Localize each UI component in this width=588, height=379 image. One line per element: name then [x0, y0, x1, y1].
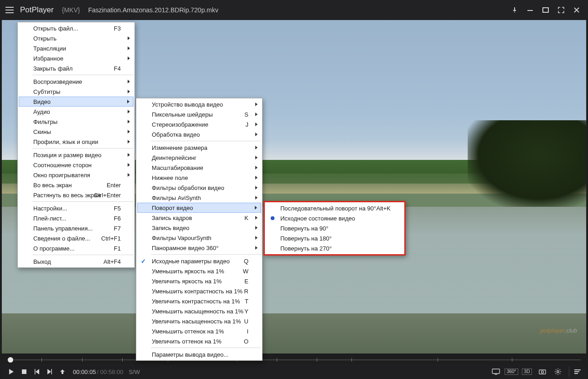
- menu-item[interactable]: Увеличить яркость на 1%E: [137, 276, 261, 286]
- menu-item-label: Настройки...: [33, 205, 67, 212]
- menu-item-label: Исходные параметры видео: [152, 258, 230, 265]
- menu-item[interactable]: Панорамное видео 360°: [137, 243, 261, 253]
- submenu-arrow-icon: [128, 120, 130, 123]
- menu-item[interactable]: Увеличить оттенок на 1%O: [137, 336, 261, 346]
- menu-icon[interactable]: [5, 7, 14, 13]
- menu-item-label: Уменьшить насыщенность на 1%: [152, 308, 243, 315]
- menu-item[interactable]: Видео: [19, 97, 134, 107]
- menu-item[interactable]: Исходное состояние видео: [266, 213, 403, 223]
- menu-shortcut: Enter: [107, 182, 121, 189]
- menu-item-label: Последовательный поворот на 90°: [280, 205, 376, 212]
- menu-item[interactable]: Окно проигрывателя: [19, 170, 134, 180]
- play-button[interactable]: [6, 367, 16, 377]
- menu-item[interactable]: Уменьшить яркость на 1%W: [137, 266, 261, 276]
- menu-item[interactable]: О программе...F1: [19, 243, 134, 253]
- file-name: Faszination.Amazonas.2012.BDRip.720p.mkv: [88, 6, 218, 14]
- menu-item[interactable]: Запись видео: [137, 223, 261, 233]
- menu-item[interactable]: Увеличить насыщенность на 1%U: [137, 316, 261, 326]
- player-window: PotPlayer {MKV} Faszination.Amazonas.201…: [0, 0, 588, 379]
- menu-item[interactable]: Фильтры AviSynth: [137, 193, 261, 203]
- menu-item[interactable]: Сведения о файле...Ctrl+F1: [19, 233, 134, 243]
- playlist-icon[interactable]: [569, 367, 582, 377]
- menu-item[interactable]: Последовательный поворот на 90°Alt+K: [266, 203, 403, 213]
- menu-item[interactable]: Нижнее поле: [137, 173, 261, 183]
- menu-item[interactable]: Изменение размера: [137, 143, 261, 153]
- menu-item[interactable]: Фильтры обработки видео: [137, 183, 261, 193]
- menu-item[interactable]: Плей-лист...F6: [19, 213, 134, 223]
- vr-360-button[interactable]: 360°: [505, 367, 518, 377]
- menu-item[interactable]: Уменьшить насыщенность на 1%Y: [137, 306, 261, 316]
- menu-item[interactable]: Соотношение сторон: [19, 160, 134, 170]
- menu-item[interactable]: СтереоизображениеJ: [137, 119, 261, 129]
- menu-item[interactable]: Уменьшить контрастность на 1%R: [137, 286, 261, 296]
- menu-item[interactable]: Параметры вывода видео...: [137, 349, 261, 359]
- menu-item[interactable]: Открыть: [19, 33, 134, 43]
- next-button[interactable]: [45, 367, 55, 377]
- menu-item[interactable]: Повернуть на 180°: [266, 233, 403, 243]
- menu-item[interactable]: Настройки...F5: [19, 203, 134, 213]
- settings-icon[interactable]: [552, 367, 564, 377]
- minimize-icon[interactable]: [524, 4, 536, 16]
- menu-shortcut: Alt+K: [377, 205, 391, 212]
- menu-item[interactable]: Деинтерлейсинг: [137, 153, 261, 163]
- menu-item[interactable]: Позиция и размер видео: [19, 150, 134, 160]
- seek-knob[interactable]: [8, 357, 13, 363]
- menu-item[interactable]: Повернуть на 90°: [266, 223, 403, 233]
- menu-item-label: Запись кадров: [152, 215, 192, 221]
- open-button[interactable]: [57, 367, 67, 377]
- menu-item[interactable]: Скины: [19, 127, 134, 137]
- submenu-arrow-icon: [128, 110, 130, 113]
- menu-item[interactable]: Растянуть во весь экранCtrl+Enter: [19, 190, 134, 200]
- menu-shortcut: Alt+F4: [103, 258, 121, 265]
- menu-item[interactable]: Панель управления...F7: [19, 223, 134, 233]
- menu-item[interactable]: Увеличить контрастность на 1%T: [137, 296, 261, 306]
- seek-bar[interactable]: [2, 355, 586, 364]
- menu-item[interactable]: Уменьшить оттенок на 1%I: [137, 326, 261, 336]
- menu-item[interactable]: Избранное: [19, 53, 134, 63]
- seek-track[interactable]: [7, 359, 581, 360]
- menu-item-label: Субтитры: [33, 88, 60, 95]
- submenu-arrow-icon: [128, 90, 130, 93]
- menu-item[interactable]: Субтитры: [19, 87, 134, 97]
- menu-shortcut: T: [245, 298, 248, 305]
- menu-item[interactable]: Фильтры VapourSynth: [137, 233, 261, 243]
- decoder-mode[interactable]: S/W: [129, 369, 140, 375]
- menu-item[interactable]: Обработка видео: [137, 129, 261, 139]
- fullscreen-icon[interactable]: [555, 4, 567, 16]
- menu-item[interactable]: Масштабирование: [137, 163, 261, 173]
- submenu-arrow-icon: [128, 163, 130, 167]
- svg-rect-4: [495, 374, 497, 374]
- submenu-arrow-icon: [128, 140, 130, 143]
- menu-item[interactable]: ВыходAlt+F4: [19, 256, 134, 266]
- 3d-button[interactable]: 3D: [521, 367, 533, 377]
- prev-button[interactable]: [32, 367, 42, 377]
- menu-item[interactable]: Пиксельные шейдерыS: [137, 109, 261, 119]
- menu-item[interactable]: Запись кадровK: [137, 213, 261, 223]
- menu-item[interactable]: Устройство вывода видео: [137, 99, 261, 109]
- pin-icon[interactable]: [509, 4, 521, 16]
- menu-item[interactable]: Открыть файл...F3: [19, 23, 134, 33]
- menu-item[interactable]: Повернуть на 270°: [266, 243, 403, 253]
- menu-item-label: Позиция и размер видео: [33, 152, 101, 159]
- menu-item[interactable]: Аудио: [19, 107, 134, 117]
- submenu-arrow-icon: [255, 123, 258, 126]
- menu-item[interactable]: Профили, язык и опции: [19, 137, 134, 147]
- menu-item[interactable]: Фильтры: [19, 117, 134, 127]
- menu-item[interactable]: Поворот видео: [137, 203, 261, 213]
- menu-item[interactable]: ✓Исходные параметры видеоQ: [137, 256, 261, 266]
- context-menu-video: Устройство вывода видеоПиксельные шейдер…: [136, 98, 263, 361]
- menu-separator: [32, 75, 133, 75]
- capture-icon[interactable]: [536, 367, 549, 377]
- menu-item[interactable]: Во весь экранEnter: [19, 180, 134, 190]
- submenu-arrow-icon: [255, 216, 258, 220]
- submenu-arrow-icon: [255, 226, 258, 230]
- close-icon[interactable]: [571, 4, 583, 16]
- screen-icon[interactable]: [490, 367, 502, 377]
- stop-button[interactable]: [19, 367, 29, 377]
- menu-item[interactable]: Трансляции: [19, 43, 134, 53]
- menu-item[interactable]: Воспроизведение: [19, 77, 134, 87]
- format-tag: {MKV}: [62, 6, 80, 14]
- menu-shortcut: W: [243, 268, 248, 275]
- menu-item[interactable]: Закрыть файлF4: [19, 63, 134, 73]
- maximize-icon[interactable]: [540, 4, 552, 16]
